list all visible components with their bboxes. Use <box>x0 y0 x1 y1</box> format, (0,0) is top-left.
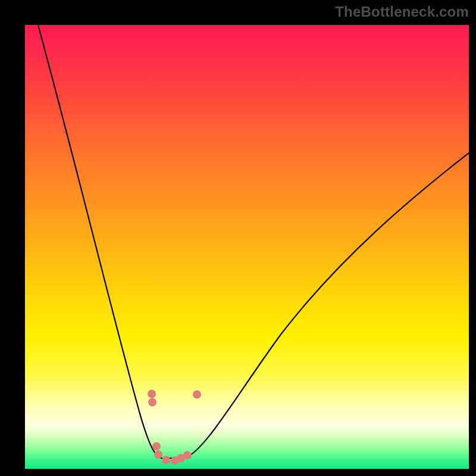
data-dot <box>148 398 156 406</box>
data-dot <box>154 450 162 459</box>
plot-area <box>25 25 469 469</box>
curve-right <box>184 153 469 458</box>
data-dot <box>162 456 170 464</box>
watermark-text: TheBottleneck.com <box>335 4 469 20</box>
data-dot <box>183 451 192 459</box>
data-dot <box>152 442 161 450</box>
chart-frame: TheBottleneck.com <box>0 0 476 476</box>
curve-left <box>38 25 162 458</box>
curve-overlay <box>25 25 469 469</box>
data-dot <box>148 390 156 398</box>
data-dot <box>193 390 201 399</box>
